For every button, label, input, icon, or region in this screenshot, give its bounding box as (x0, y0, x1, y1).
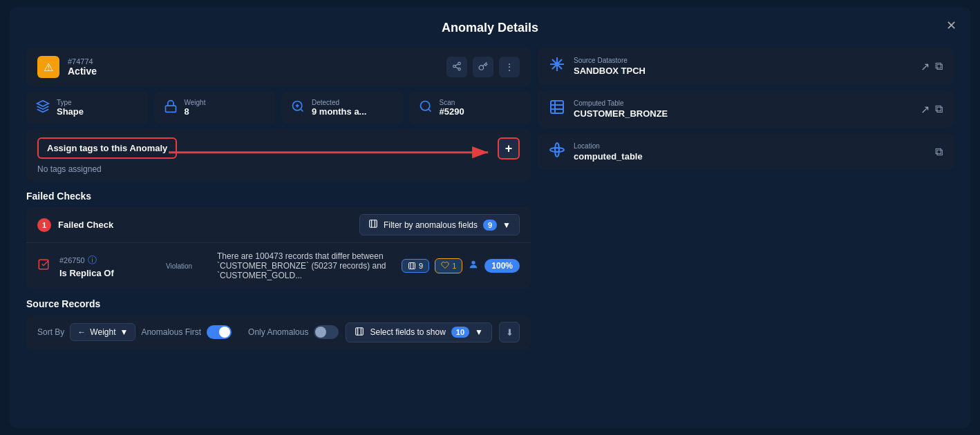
share-icon (452, 61, 462, 73)
more-button[interactable]: ⋮ (499, 57, 520, 77)
filter-count: 9 (483, 220, 497, 231)
metric-detected: Detected 9 months a... (281, 92, 404, 124)
failed-checks-inner: 1 Failed Check Filter by anomalous field… (26, 207, 531, 289)
sort-field-label: Weight (90, 327, 115, 337)
location-actions: ⧉ (935, 146, 943, 158)
svg-point-21 (472, 261, 475, 264)
sort-chevron-icon: ▼ (120, 327, 129, 337)
failed-badge: 1 (37, 218, 51, 232)
metric-type-info: Type Shape (57, 99, 84, 117)
person-icon (468, 259, 479, 273)
svg-line-3 (455, 66, 458, 68)
violation-label: Violation (166, 262, 207, 270)
anomaly-id: #74774 (68, 57, 97, 66)
source-copy-button[interactable]: ⧉ (935, 60, 943, 73)
table-icon (549, 99, 565, 119)
check-actions: 9 1 100% (402, 258, 520, 273)
svg-rect-14 (370, 220, 377, 228)
svg-line-4 (455, 64, 458, 65)
column-count-badge: 9 (402, 259, 429, 273)
svg-point-1 (453, 65, 456, 68)
anomaly-info: #74774 Active (68, 57, 97, 77)
location-copy-button[interactable]: ⧉ (935, 146, 943, 158)
violation-text: There are 100473 records that differ bet… (217, 251, 392, 280)
svg-rect-5 (165, 106, 176, 112)
add-tag-button[interactable]: + (498, 137, 520, 160)
key-button[interactable] (473, 57, 493, 77)
location-icon (549, 142, 565, 162)
type-icon (36, 99, 50, 117)
toggle-off-knob (315, 327, 326, 338)
source-external-link-button[interactable]: ↗ (921, 60, 930, 73)
failed-checks-section: Failed Checks 1 Failed Check Filter by a… (26, 191, 531, 289)
filter-chevron-icon: ▼ (502, 220, 511, 230)
tags-section: Assign tags to this Anomaly No tags assi… (26, 129, 531, 182)
anomalous-first-switch[interactable] (207, 325, 232, 339)
sort-arrow-icon: ← (77, 327, 86, 337)
no-tags-label: No tags assigned (37, 164, 177, 174)
source-datastore-left: Source Datastore SANDBOX TPCH (549, 56, 646, 77)
sort-weight-button[interactable]: ← Weight ▼ (70, 323, 135, 341)
share-button[interactable] (446, 57, 467, 77)
svg-point-2 (458, 68, 461, 70)
svg-point-29 (556, 63, 558, 66)
fields-icon (355, 327, 364, 338)
source-bar: Sort By ← Weight ▼ Anomalous First (26, 315, 531, 349)
snowflake-icon (549, 56, 565, 77)
select-fields-button[interactable]: Select fields to show 10 ▼ (346, 322, 492, 342)
computed-table-card: Computed Table CUSTOMER_BRONZE ↗ ⧉ (538, 90, 954, 128)
check-checkbox-icon (37, 258, 50, 274)
filter-anomalous-button[interactable]: Filter by anomalous fields 9 ▼ (359, 214, 520, 235)
source-records-title: Source Records (26, 298, 531, 309)
detected-icon (291, 99, 305, 117)
close-button[interactable]: ✕ (946, 18, 957, 33)
sort-controls: Sort By ← Weight ▼ Anomalous First (37, 323, 232, 341)
check-row: #26750 ⓘ Is Replica Of Violation There a… (26, 243, 531, 289)
failed-check-text: Failed Check (58, 220, 113, 230)
filter-icon (368, 219, 378, 231)
source-datastore-info: Source Datastore SANDBOX TPCH (574, 57, 646, 76)
scan-icon (419, 99, 433, 117)
svg-rect-22 (356, 327, 364, 335)
anomaly-details-modal: Anomaly Details ✕ ⚠ #74774 Active (10, 7, 970, 428)
metrics-row: Type Shape Weight 8 (26, 92, 531, 124)
assign-tags-button[interactable]: Assign tags to this Anomaly (37, 137, 177, 159)
svg-rect-30 (551, 101, 563, 113)
computed-table-info: Computed Table CUSTOMER_BRONZE (574, 99, 668, 119)
check-info: #26750 ⓘ Is Replica Of (59, 254, 156, 278)
sort-by-label: Sort By (37, 327, 64, 337)
warning-icon: ⚠ (37, 56, 59, 78)
download-button[interactable]: ⬇ (499, 322, 520, 342)
rule-count-badge: 1 (435, 258, 462, 273)
tags-content: Assign tags to this Anomaly No tags assi… (37, 137, 177, 174)
svg-line-11 (428, 108, 431, 111)
metric-weight: Weight 8 (154, 92, 276, 124)
anomalous-first-toggle: Anomalous First (141, 325, 232, 339)
anomalous-first-label: Anomalous First (141, 327, 201, 337)
source-datastore-actions: ↗ ⧉ (921, 60, 943, 73)
svg-line-7 (301, 108, 303, 111)
check-name: Is Replica Of (59, 268, 156, 278)
svg-rect-18 (409, 263, 415, 269)
metric-scan-info: Scan #5290 (440, 99, 464, 117)
copy-icon: ⧉ (935, 60, 943, 72)
only-anomalous-switch[interactable] (314, 325, 339, 339)
location-copy-icon: ⧉ (935, 146, 943, 157)
computed-table-actions: ↗ ⧉ (921, 103, 943, 116)
pct-badge: 100% (484, 259, 520, 273)
fields-chevron-icon: ▼ (475, 327, 483, 337)
source-records-section: Source Records Sort By ← Weight ▼ Anomal… (26, 298, 531, 349)
filter-label: Filter by anomalous fields (384, 220, 478, 230)
status-left: ⚠ #74774 Active (37, 56, 97, 78)
modal-title: Anomaly Details (26, 21, 954, 35)
left-column: ⚠ #74774 Active (26, 48, 531, 349)
svg-point-0 (458, 62, 461, 65)
right-controls: Only Anomalous Select fields to show 10 (248, 322, 520, 342)
only-anomalous-control: Only Anomalous (248, 325, 339, 339)
download-icon: ⬇ (506, 327, 513, 338)
location-info: Location computed_table (574, 142, 643, 162)
table-external-link-button[interactable]: ↗ (921, 103, 930, 116)
more-icon: ⋮ (505, 61, 514, 72)
table-copy-button[interactable]: ⧉ (935, 103, 943, 116)
svg-rect-17 (39, 260, 48, 269)
